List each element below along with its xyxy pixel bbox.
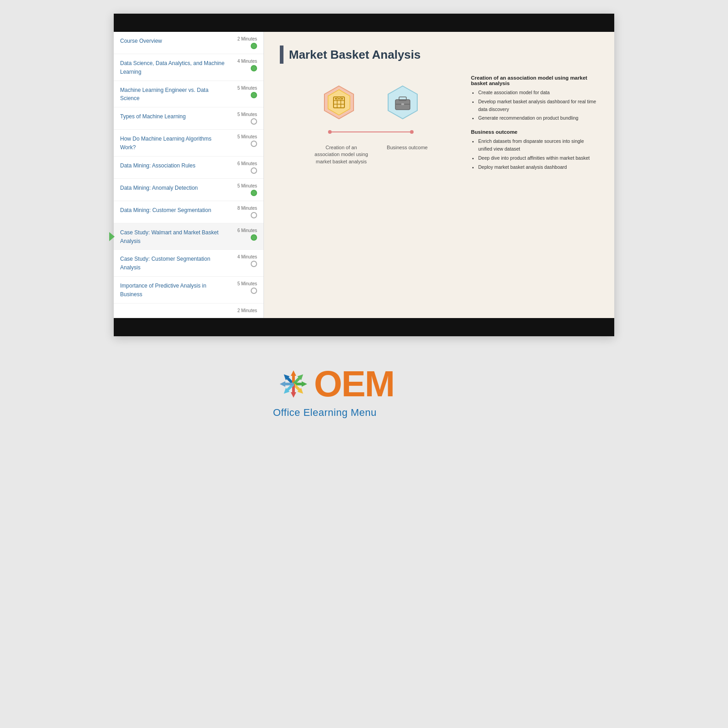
hexagons-row bbox=[321, 84, 421, 121]
info-bullet-1-2: Deploy market basket analysis dashboard bbox=[478, 163, 598, 171]
status-indicator-10 bbox=[251, 288, 257, 294]
slide-area: Market Basket Analysis bbox=[264, 32, 614, 318]
sidebar-item-title-3: Types of Machine Learning bbox=[120, 113, 186, 120]
slide-title-bar: Market Basket Analysis bbox=[280, 46, 598, 64]
info-section-1: Business outcomeEnrich datasets from dis… bbox=[471, 129, 598, 171]
slide-content: Market Basket Analysis bbox=[264, 32, 614, 318]
info-section-title-1: Business outcome bbox=[471, 129, 598, 135]
status-indicator-6 bbox=[251, 190, 257, 196]
status-indicator-4 bbox=[251, 141, 257, 147]
status-indicator-5 bbox=[251, 167, 257, 174]
sidebar-item-title-9: Case Study: Customer Segmentation Analys… bbox=[120, 256, 210, 271]
active-arrow bbox=[109, 232, 115, 241]
hex-item-left bbox=[321, 84, 357, 121]
sidebar-item-0[interactable]: Course Overview2 Minutes bbox=[114, 32, 263, 54]
status-indicator-9 bbox=[251, 261, 257, 267]
content-row: Course Overview2 MinutesData Science, Da… bbox=[114, 32, 614, 318]
top-bar bbox=[114, 14, 614, 32]
hex-item-right bbox=[384, 84, 421, 121]
logo-subtitle: Office Elearning Menu bbox=[273, 407, 377, 419]
duration-label-9: 4 Minutes bbox=[238, 254, 257, 259]
sidebar-item-title-7: Data Mining: Customer Segmentation bbox=[120, 207, 211, 213]
sidebar-item-3[interactable]: Types of Machine Learning5 Minutes bbox=[114, 107, 263, 130]
duration-label-10: 5 Minutes bbox=[238, 281, 257, 286]
bottom-bar bbox=[114, 318, 614, 336]
hex-labels: Creation of an association model using m… bbox=[314, 141, 428, 165]
duration-label-0: 2 Minutes bbox=[238, 36, 257, 41]
info-list-1: Enrich datasets from disparate sources i… bbox=[471, 137, 598, 171]
hex-label-left: Creation of an association model using m… bbox=[314, 144, 369, 165]
sidebar-item-11[interactable]: 2 Minutes bbox=[114, 303, 263, 318]
slide-body: Creation of an association model using m… bbox=[280, 75, 598, 178]
svg-point-8 bbox=[338, 98, 340, 100]
info-bullet-0-0: Create association model for data bbox=[478, 89, 598, 96]
logo-row: OEM bbox=[273, 364, 394, 404]
info-bullet-1-1: Deep dive into product affinities within… bbox=[478, 154, 598, 162]
svg-point-17 bbox=[410, 130, 414, 134]
slide-info: Creation of an association model using m… bbox=[471, 75, 598, 178]
svg-point-15 bbox=[328, 130, 332, 134]
status-indicator-0 bbox=[251, 43, 257, 49]
duration-label-2: 5 Minutes bbox=[238, 86, 257, 91]
sidebar-item-6[interactable]: Data Mining: Anomaly Detection5 Minutes bbox=[114, 179, 263, 201]
sidebar-item-8[interactable]: Case Study: Walmart and Market Basket An… bbox=[114, 223, 263, 250]
duration-label-8: 6 Minutes bbox=[238, 228, 257, 233]
connector-svg bbox=[312, 125, 430, 139]
sidebar-item-10[interactable]: Importance of Predictive Analysis in Bus… bbox=[114, 277, 263, 303]
info-list-0: Create association model for dataDevelop… bbox=[471, 89, 598, 122]
slide-diagram: Creation of an association model using m… bbox=[280, 75, 462, 178]
svg-point-9 bbox=[341, 98, 343, 100]
duration-label-11: 2 Minutes bbox=[238, 308, 257, 313]
sidebar-item-title-5: Data Mining: Association Rules bbox=[120, 162, 195, 169]
status-indicator-7 bbox=[251, 212, 257, 218]
svg-point-7 bbox=[335, 98, 337, 100]
sidebar-item-title-6: Data Mining: Anomaly Detection bbox=[120, 185, 198, 191]
duration-label-4: 5 Minutes bbox=[238, 134, 257, 139]
duration-label-7: 8 Minutes bbox=[238, 206, 257, 211]
status-indicator-1 bbox=[251, 65, 257, 71]
sidebar-item-5[interactable]: Data Mining: Association Rules6 Minutes bbox=[114, 157, 263, 179]
sidebar-item-2[interactable]: Machine Learning Engineer vs. Data Scien… bbox=[114, 81, 263, 108]
sidebar-item-title-1: Data Science, Data Analytics, and Machin… bbox=[120, 60, 224, 75]
page-wrapper: Course Overview2 MinutesData Science, Da… bbox=[0, 0, 728, 728]
sidebar: Course Overview2 MinutesData Science, Da… bbox=[114, 32, 264, 318]
status-indicator-2 bbox=[251, 92, 257, 98]
sidebar-item-7[interactable]: Data Mining: Customer Segmentation8 Minu… bbox=[114, 201, 263, 223]
oem-text: OEM bbox=[314, 366, 394, 402]
info-bullet-1-0: Enrich datasets from disparate sources i… bbox=[478, 137, 598, 153]
sidebar-item-title-2: Machine Learning Engineer vs. Data Scien… bbox=[120, 87, 208, 102]
duration-label-6: 5 Minutes bbox=[238, 183, 257, 188]
sidebar-item-title-10: Importance of Predictive Analysis in Bus… bbox=[120, 283, 206, 298]
svg-rect-14 bbox=[401, 103, 404, 105]
sidebar-item-4[interactable]: How Do Machine Learning Algorithms Work?… bbox=[114, 130, 263, 157]
duration-label-3: 5 Minutes bbox=[238, 112, 257, 117]
duration-label-5: 6 Minutes bbox=[238, 161, 257, 166]
sidebar-item-9[interactable]: Case Study: Customer Segmentation Analys… bbox=[114, 250, 263, 277]
info-bullet-0-2: Generate recommendation on product bundl… bbox=[478, 114, 598, 122]
hex-label-right: Business outcome bbox=[387, 144, 428, 165]
slide-title-accent bbox=[280, 46, 283, 64]
duration-label-1: 4 Minutes bbox=[238, 59, 257, 64]
sidebar-item-title-4: How Do Machine Learning Algorithms Work? bbox=[120, 136, 212, 151]
status-indicator-3 bbox=[251, 118, 257, 125]
info-bullet-0-1: Develop market basket analysis dashboard… bbox=[478, 98, 598, 113]
info-section-title-0: Creation of an association model using m… bbox=[471, 75, 598, 86]
logo-section: OEM Office Elearning Menu bbox=[273, 364, 455, 419]
slide-title: Market Basket Analysis bbox=[289, 48, 421, 62]
status-indicator-8 bbox=[251, 234, 257, 241]
sidebar-item-title-0: Course Overview bbox=[120, 38, 162, 44]
sidebar-item-1[interactable]: Data Science, Data Analytics, and Machin… bbox=[114, 54, 263, 81]
logo-icon-area bbox=[273, 364, 314, 404]
main-container: Course Overview2 MinutesData Science, Da… bbox=[114, 14, 614, 336]
sidebar-item-title-8: Case Study: Walmart and Market Basket An… bbox=[120, 229, 218, 244]
info-section-0: Creation of an association model using m… bbox=[471, 75, 598, 122]
